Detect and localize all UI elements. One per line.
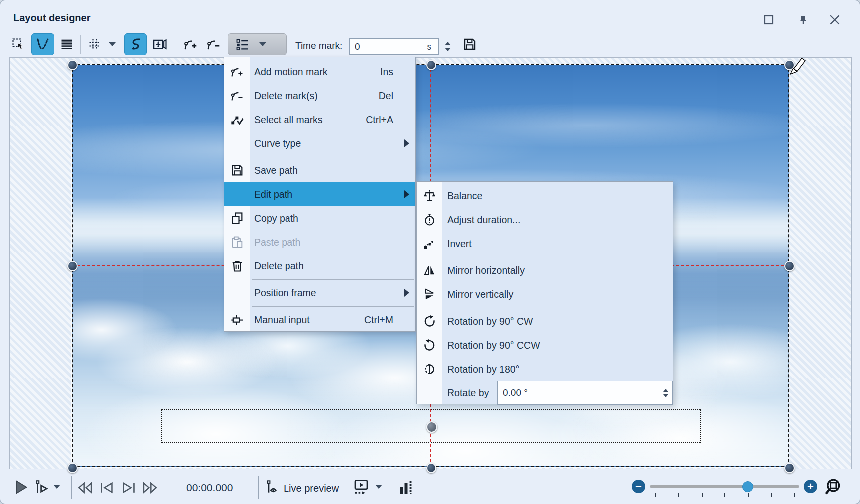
time-mark-input[interactable]: 0 s <box>349 38 439 55</box>
submenu-item-rotate-90-ccw[interactable]: Rotation by 90° CCW <box>417 333 673 357</box>
live-preview-label[interactable]: Live preview <box>284 483 339 494</box>
time-mark-label: Time mark: <box>295 40 342 51</box>
preview-options-dropdown[interactable] <box>375 485 382 489</box>
submenu-item-invert[interactable]: Invert <box>417 232 673 255</box>
fast-forward-button[interactable] <box>142 480 159 496</box>
grid-tool-button[interactable] <box>84 33 105 55</box>
add-motion-mark-icon <box>230 64 245 79</box>
handle-middle-left[interactable] <box>67 261 78 271</box>
submenu-item-mirror-horizontally[interactable]: Mirror horizontally <box>417 258 673 282</box>
mirror-vertical-icon <box>422 287 437 302</box>
save-path-toolbar-button[interactable] <box>459 33 481 55</box>
pin-button[interactable] <box>795 12 810 27</box>
zoom-tick <box>678 493 679 497</box>
menu-item-curve-type[interactable]: Curve type <box>224 131 415 155</box>
grid-icon <box>88 37 102 51</box>
handle-middle-right[interactable] <box>784 261 795 271</box>
menu-item-select-all-marks[interactable]: Select all marks Ctrl+A <box>224 108 415 131</box>
submenu-item-mirror-vertically[interactable]: Mirror vertically <box>417 282 673 306</box>
zoom-out-button[interactable]: − <box>632 480 645 493</box>
skip-to-end-icon <box>120 480 137 496</box>
time-mark-unit: s <box>427 41 439 52</box>
menu-item-delete-path[interactable]: Delete path <box>224 254 415 278</box>
spin-up-icon <box>445 42 451 45</box>
zoom-slider-thumb[interactable] <box>742 481 753 492</box>
play-button[interactable] <box>12 479 29 496</box>
submenu-item-rotate-90-cw[interactable]: Rotation by 90° CW <box>417 309 673 333</box>
add-mark-tool-button[interactable] <box>180 33 202 55</box>
zoom-in-button[interactable]: + <box>804 480 817 493</box>
rewind-button[interactable] <box>76 480 93 496</box>
delete-mark-icon <box>230 88 245 103</box>
zoom-tick <box>655 493 656 497</box>
keyframe-panel-button[interactable] <box>396 478 414 497</box>
rewind-icon <box>76 480 93 496</box>
text-frame-center-handle[interactable] <box>426 421 437 433</box>
transport-separator <box>167 476 167 499</box>
menu-item-position-frame[interactable]: Position frame <box>224 281 415 305</box>
select-all-marks-icon <box>230 112 245 127</box>
zoom-fit-button[interactable] <box>824 477 845 498</box>
chevron-down-icon <box>375 485 382 489</box>
skip-to-start-icon <box>98 480 115 496</box>
handle-bottom-left[interactable] <box>67 463 78 473</box>
layers-tool-button[interactable] <box>56 33 77 55</box>
zoom-tick <box>724 493 725 497</box>
marks-menu-button[interactable] <box>228 33 287 55</box>
time-mark-value: 0 <box>350 41 427 52</box>
handle-top-center[interactable] <box>426 60 436 70</box>
spin-down-icon <box>445 48 451 51</box>
menu-item-add-motion-mark[interactable]: Add motion mark Ins <box>224 60 415 84</box>
frame-pan-tool-button[interactable] <box>149 33 171 55</box>
save-icon <box>462 37 477 52</box>
submenu-item-rotate-180[interactable]: Rotation by 180° <box>417 357 673 381</box>
spin-down-icon <box>663 394 668 397</box>
spin-up-icon <box>663 389 668 392</box>
play-from-mark-button[interactable] <box>33 479 50 496</box>
zoom-tick <box>771 493 772 497</box>
menu-item-edit-path[interactable]: Edit path <box>224 182 415 206</box>
transport-separator <box>71 476 72 499</box>
chevron-down-icon <box>109 42 116 46</box>
preview-window-icon <box>352 478 370 497</box>
save-icon <box>230 163 245 178</box>
add-mark-icon <box>183 37 198 52</box>
close-button[interactable] <box>827 12 842 27</box>
delete-mark-tool-button[interactable] <box>204 33 226 55</box>
motion-curve-tool-button[interactable] <box>31 33 54 55</box>
live-preview-toggle[interactable] <box>265 479 281 496</box>
trash-icon <box>230 258 245 273</box>
rotate-180-icon <box>422 362 437 377</box>
menu-item-save-path[interactable]: Save path <box>224 158 415 182</box>
stopwatch-icon <box>422 212 437 227</box>
play-from-mark-icon <box>33 479 50 496</box>
menu-item-delete-marks[interactable]: Delete mark(s) Del <box>224 84 415 108</box>
menu-item-copy-path[interactable]: Copy path <box>224 206 415 230</box>
rotate-by-input[interactable]: 0.00 ° <box>497 381 673 405</box>
smooth-curve-tool-button[interactable] <box>124 33 147 55</box>
select-tool-button[interactable] <box>8 33 28 55</box>
handle-bottom-center[interactable] <box>426 463 436 473</box>
transport-separator <box>258 476 259 499</box>
skip-to-end-button[interactable] <box>120 480 137 496</box>
mirror-horizontal-icon <box>422 263 437 278</box>
invert-icon <box>422 236 437 251</box>
handle-top-left[interactable] <box>67 60 78 70</box>
handle-bottom-right[interactable] <box>784 463 795 473</box>
smooth-curve-icon <box>128 37 143 52</box>
rotate-by-spinner[interactable] <box>661 381 671 405</box>
submenu-item-adjust-duration[interactable]: Adjust duration... <box>417 208 673 232</box>
grid-options-dropdown[interactable] <box>105 33 119 55</box>
skip-to-start-button[interactable] <box>98 480 115 496</box>
pin-icon <box>797 14 809 26</box>
preview-window-button[interactable] <box>352 478 370 497</box>
play-icon <box>12 479 29 496</box>
menu-item-manual-input[interactable]: Manual input Ctrl+M <box>224 308 415 332</box>
submenu-item-balance[interactable]: Balance <box>417 184 673 208</box>
maximize-button[interactable] <box>761 12 776 27</box>
maximize-icon <box>763 14 774 25</box>
layers-icon <box>60 37 74 51</box>
zoom-slider-track[interactable] <box>650 485 799 488</box>
play-options-dropdown[interactable] <box>53 485 60 489</box>
time-mark-spinner[interactable] <box>442 38 454 55</box>
